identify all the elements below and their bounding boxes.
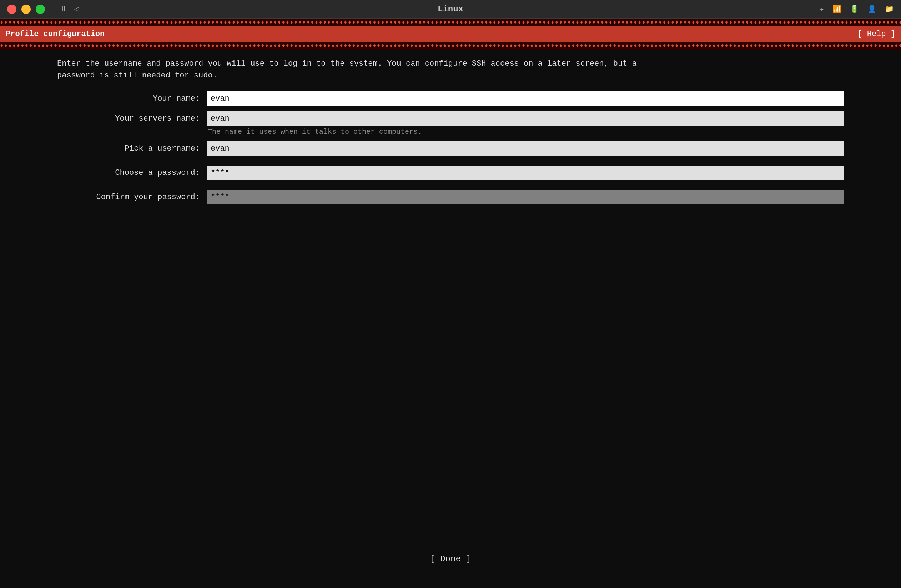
profile-config-header: Profile configuration [ Help ] [0, 26, 901, 42]
brightness-icon[interactable]: ✦ [820, 5, 824, 14]
servers-name-label: Your servers name: [57, 111, 207, 124]
button-area: [ Done ] [424, 551, 477, 566]
diamond-border-top-1: ♦♦♦♦♦♦♦♦♦♦♦♦♦♦♦♦♦♦♦♦♦♦♦♦♦♦♦♦♦♦♦♦♦♦♦♦♦♦♦♦… [0, 19, 901, 26]
servers-name-row: Your servers name: The name it uses when… [57, 111, 844, 137]
your-name-row: Your name: [57, 91, 844, 106]
maximize-button[interactable] [36, 5, 45, 14]
username-input-wrapper [207, 141, 844, 156]
done-button[interactable]: [ Done ] [424, 551, 477, 566]
password-input[interactable] [207, 166, 844, 180]
titlebar-icons: ✦ 📶 🔋 👤 📁 [820, 5, 894, 14]
your-name-input-wrapper [207, 91, 844, 106]
finder-icon[interactable]: 📁 [885, 5, 894, 14]
titlebar: ⏸ ◁ Linux ✦ 📶 🔋 👤 📁 [0, 0, 901, 19]
diamond-border-top-2: ♦♦♦♦♦♦♦♦♦♦♦♦♦♦♦♦♦♦♦♦♦♦♦♦♦♦♦♦♦♦♦♦♦♦♦♦♦♦♦♦… [0, 42, 901, 50]
username-input[interactable] [207, 141, 844, 156]
servers-name-hint: The name it uses when it talks to other … [207, 127, 844, 137]
back-icon[interactable]: ◁ [74, 4, 79, 14]
pause-icon[interactable]: ⏸ [59, 4, 67, 14]
confirm-password-row: Confirm your password: [57, 190, 844, 204]
confirm-password-input-wrapper [207, 190, 844, 204]
person-icon[interactable]: 👤 [867, 5, 876, 14]
traffic-lights [7, 5, 45, 14]
password-input-wrapper [207, 166, 844, 180]
password-label: Choose a password: [57, 166, 207, 179]
your-name-input[interactable] [207, 91, 844, 106]
password-row: Choose a password: [57, 166, 844, 180]
confirm-password-label: Confirm your password: [57, 190, 207, 203]
help-button[interactable]: [ Help ] [857, 29, 895, 40]
username-label: Pick a username: [57, 141, 207, 154]
terminal-window: ♦♦♦♦♦♦♦♦♦♦♦♦♦♦♦♦♦♦♦♦♦♦♦♦♦♦♦♦♦♦♦♦♦♦♦♦♦♦♦♦… [0, 19, 901, 588]
username-row: Pick a username: [57, 141, 844, 156]
minimize-button[interactable] [22, 5, 31, 14]
description-text: Enter the username and password you will… [0, 50, 901, 88]
header-title: Profile configuration [6, 29, 857, 40]
servers-name-input[interactable] [207, 111, 844, 126]
window-title: Linux [438, 4, 463, 14]
profile-form: Your name: Your servers name: The name i… [0, 88, 901, 213]
wifi-icon[interactable]: 📶 [832, 5, 842, 14]
your-name-label: Your name: [57, 91, 207, 104]
servers-name-input-wrapper: The name it uses when it talks to other … [207, 111, 844, 137]
confirm-password-input[interactable] [207, 190, 844, 204]
description-line2: password is still needed for sudo. [57, 71, 217, 80]
battery-icon[interactable]: 🔋 [850, 5, 859, 14]
description-line: Enter the username and password you will… [57, 59, 637, 68]
close-button[interactable] [7, 5, 16, 14]
